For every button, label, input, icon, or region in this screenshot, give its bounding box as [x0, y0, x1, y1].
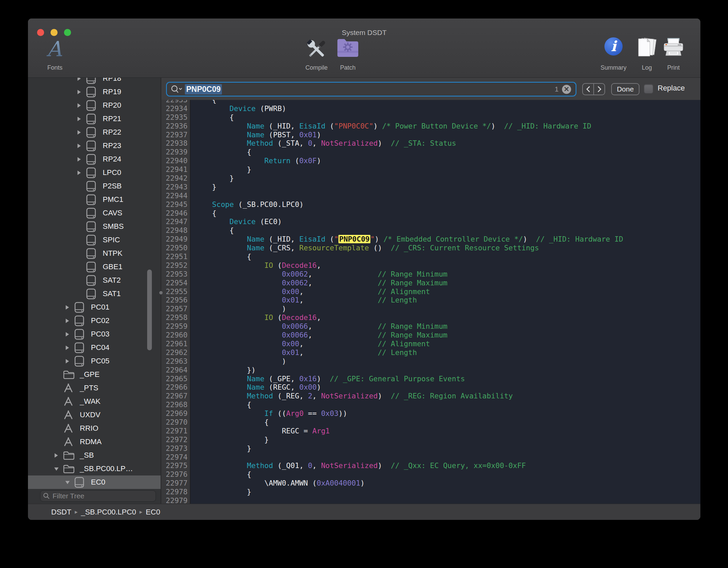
info-icon: i	[604, 37, 623, 56]
print-button[interactable]	[653, 37, 694, 58]
breadcrumb-item: DSDT	[51, 508, 71, 517]
device-tree: RP18RP19RP20RP21RP22RP23RP24LPC0P2SBPMC1…	[28, 78, 161, 489]
tree-item-RRIO[interactable]: RRIO	[28, 422, 161, 435]
code-text: {	[191, 400, 700, 409]
disclosure-right-icon[interactable]	[77, 143, 86, 148]
tree-item-RP18[interactable]: RP18	[28, 78, 161, 85]
replace-checkbox[interactable]	[644, 84, 653, 94]
tree-item-RP22[interactable]: RP22	[28, 126, 161, 139]
code-text: Name (_HID, EisaId ("PNP0C09") /* Embedd…	[191, 235, 700, 244]
tree-item-_WAK[interactable]: _WAK	[28, 395, 161, 408]
tree-item-RP19[interactable]: RP19	[28, 85, 161, 99]
pane-splitter[interactable]	[161, 78, 161, 504]
tree-item-_SB[interactable]: _SB	[28, 449, 161, 462]
disclosure-right-icon[interactable]	[65, 318, 74, 323]
tree-item-_GPE[interactable]: _GPE	[28, 368, 161, 381]
line-number: 22948	[161, 226, 191, 235]
disclosure-right-icon[interactable]	[65, 305, 74, 310]
code-line: 22943 }	[161, 183, 700, 191]
tree-item-PMC1[interactable]: PMC1	[28, 193, 161, 206]
disclosure-right-icon[interactable]	[77, 103, 86, 108]
line-number: 22942	[161, 174, 191, 183]
disclosure-down-icon[interactable]	[65, 480, 74, 485]
tree-item-_PTS[interactable]: _PTS	[28, 381, 161, 395]
tree-item-LPC0[interactable]: LPC0	[28, 166, 161, 179]
main-content: RP18RP19RP20RP21RP22RP23RP24LPC0P2SBPMC1…	[28, 78, 700, 504]
tree-item-RP21[interactable]: RP21	[28, 112, 161, 126]
tree-item-PC03[interactable]: PC03	[28, 327, 161, 341]
tree-item-RP24[interactable]: RP24	[28, 152, 161, 166]
disclosure-right-icon[interactable]	[77, 78, 86, 81]
sidebar-scrollbar[interactable]	[147, 270, 152, 350]
tree-item-SAT1[interactable]: SAT1	[28, 287, 161, 300]
disclosure-right-icon[interactable]	[77, 130, 86, 135]
print-label: Print	[647, 64, 700, 71]
tree-item-label: _SB.PC00.LP…	[80, 464, 133, 473]
tree-item-SAT2[interactable]: SAT2	[28, 274, 161, 287]
tree-item-EC0[interactable]: EC0	[28, 475, 161, 489]
line-number: 22974	[161, 453, 191, 462]
code-line: 22956 0x01, // Length	[161, 296, 700, 305]
clear-search-icon[interactable]: ✕	[562, 85, 571, 94]
code-line: 22965 Name (_GPE, 0x16) // _GPE: General…	[161, 375, 700, 383]
disclosure-right-icon[interactable]	[65, 359, 74, 364]
disclosure-right-icon[interactable]	[77, 170, 86, 175]
device-icon	[86, 86, 103, 98]
disclosure-down-icon[interactable]	[54, 467, 63, 471]
device-icon	[86, 180, 103, 192]
tree-item-label: _SB	[80, 451, 94, 460]
tree-item-PC05[interactable]: PC05	[28, 354, 161, 368]
tree-item-_SB.PC00.LP…[interactable]: _SB.PC00.LP…	[28, 462, 161, 475]
tree-item-RP20[interactable]: RP20	[28, 99, 161, 112]
line-number: 22966	[161, 383, 191, 392]
done-button[interactable]: Done	[611, 83, 639, 95]
code-text: {	[191, 113, 700, 122]
tree-item-PC01[interactable]: PC01	[28, 300, 161, 314]
find-previous-button[interactable]	[583, 84, 594, 95]
disclosure-right-icon[interactable]	[54, 453, 63, 458]
line-number: 22963	[161, 357, 191, 366]
code-text	[191, 496, 700, 504]
code-line: 22958 IO (Decode16,	[161, 313, 700, 322]
tree-item-GBE1[interactable]: GBE1	[28, 260, 161, 274]
tree-item-label: GBE1	[103, 262, 123, 271]
tree-item-UXDV[interactable]: UXDV	[28, 408, 161, 422]
line-number: 22949	[161, 235, 191, 244]
line-number: 22958	[161, 313, 191, 322]
code-editor[interactable]: 22933 {22934 Device (PWRB)22935 {22936 N…	[161, 100, 700, 504]
code-text: )	[191, 305, 700, 313]
tree-item-SMBS[interactable]: SMBS	[28, 220, 161, 233]
patch-button[interactable]	[328, 37, 368, 58]
code-line: 22961 0x00, // Alignment	[161, 340, 700, 348]
splitter-handle[interactable]	[159, 291, 163, 294]
disclosure-right-icon[interactable]	[77, 116, 86, 121]
tree-item-label: RP22	[103, 128, 121, 137]
disclosure-right-icon[interactable]	[65, 332, 74, 337]
tree-item-PC02[interactable]: PC02	[28, 314, 161, 327]
tree-item-RP23[interactable]: RP23	[28, 139, 161, 152]
method-icon	[63, 437, 80, 447]
disclosure-right-icon[interactable]	[77, 90, 86, 95]
tree-item-NTPK[interactable]: NTPK	[28, 247, 161, 260]
tree-item-PC04[interactable]: PC04	[28, 341, 161, 354]
code-line: 22967 Method (_REG, 2, NotSerialized) //…	[161, 392, 700, 400]
device-icon	[86, 248, 103, 259]
search-menu-icon[interactable]	[170, 84, 182, 94]
fonts-button[interactable]: A	[34, 37, 74, 61]
tree-item-P2SB[interactable]: P2SB	[28, 179, 161, 193]
device-icon	[86, 127, 103, 138]
filter-tree-input[interactable]: Filter Tree	[40, 490, 156, 502]
tree-item-CAVS[interactable]: CAVS	[28, 206, 161, 220]
tree-item-label: PC01	[91, 303, 109, 312]
disclosure-right-icon[interactable]	[65, 345, 74, 350]
device-icon	[86, 100, 103, 111]
line-number: 22969	[161, 409, 191, 418]
code-line: 22962 0x01, // Length	[161, 348, 700, 357]
search-input[interactable]: PNP0C09 1 ✕	[166, 82, 576, 97]
tree-item-SPIC[interactable]: SPIC	[28, 233, 161, 247]
tree-item-RDMA[interactable]: RDMA	[28, 435, 161, 449]
disclosure-right-icon[interactable]	[77, 157, 86, 162]
tree-item-label: SPIC	[103, 236, 120, 244]
find-next-button[interactable]	[594, 84, 604, 95]
code-text: {	[191, 470, 700, 479]
